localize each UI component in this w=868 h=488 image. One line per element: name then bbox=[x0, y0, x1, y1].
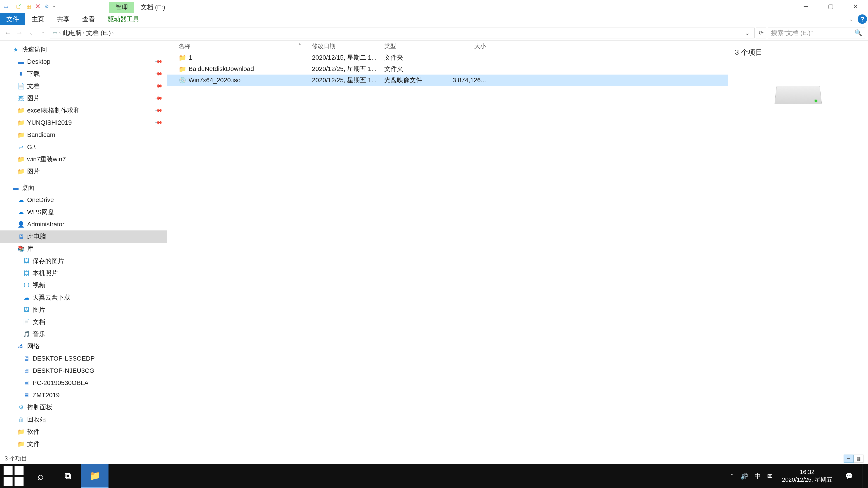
action-center-icon[interactable]: 💬 bbox=[842, 469, 856, 483]
nav-recycle-bin[interactable]: 🗑回收站 bbox=[0, 414, 167, 426]
recycle-bin-icon: 🗑 bbox=[18, 416, 24, 423]
nav-wps[interactable]: ☁WPS网盘 bbox=[0, 206, 167, 218]
nav-pc-remote[interactable]: 🖥ZMT2019 bbox=[0, 389, 167, 401]
search-icon[interactable]: 🔍 bbox=[855, 29, 862, 37]
up-button[interactable]: ↑ bbox=[38, 28, 48, 38]
back-button[interactable]: ← bbox=[3, 28, 13, 38]
ime-indicator[interactable]: 中 bbox=[754, 472, 761, 480]
nav-label: 库 bbox=[27, 245, 33, 253]
nav-network[interactable]: 🖧网络 bbox=[0, 340, 167, 352]
nav-docs-lib[interactable]: 📄文档 bbox=[0, 316, 167, 328]
nav-music[interactable]: 🎵音乐 bbox=[0, 328, 167, 340]
list-area: 名称▴ 修改日期 类型 大小 📁12020/12/15, 星期二 1...文件夹… bbox=[167, 41, 868, 453]
nav-win7reinstall[interactable]: 📁win7重装win7 bbox=[0, 153, 167, 165]
file-date: 2020/12/25, 星期五 1... bbox=[310, 76, 382, 85]
file-list[interactable]: 名称▴ 修改日期 类型 大小 📁12020/12/15, 星期二 1...文件夹… bbox=[167, 41, 728, 453]
nav-videos[interactable]: 🎞视频 bbox=[0, 279, 167, 291]
chevron-right-icon[interactable]: › bbox=[83, 30, 85, 35]
col-date[interactable]: 修改日期 bbox=[310, 42, 382, 50]
context-tab-label: 管理 bbox=[109, 2, 134, 13]
nav-pictures2[interactable]: 📁图片 bbox=[0, 165, 167, 177]
tab-file[interactable]: 文件 bbox=[0, 13, 25, 25]
tab-view[interactable]: 查看 bbox=[76, 13, 101, 25]
close-button[interactable]: ✕ bbox=[843, 0, 868, 13]
nav-admin[interactable]: 👤Administrator bbox=[0, 218, 167, 230]
forward-button[interactable]: → bbox=[14, 28, 24, 38]
file-row[interactable]: 📁12020/12/15, 星期二 1...文件夹 bbox=[167, 52, 728, 63]
folder-icon: 📁 bbox=[18, 428, 24, 435]
chevron-right-icon[interactable]: › bbox=[112, 30, 114, 35]
nav-pictures[interactable]: 🖼图片📌 bbox=[0, 92, 167, 104]
nav-control-panel[interactable]: ⚙控制面板 bbox=[0, 401, 167, 414]
nav-downloads[interactable]: ⬇下载📌 bbox=[0, 68, 167, 80]
nav-pc-remote[interactable]: 🖥DESKTOP-NJEU3CG bbox=[0, 365, 167, 377]
view-details-button[interactable]: ☰ bbox=[844, 455, 854, 463]
nav-yunqishi[interactable]: 📁YUNQISHI2019📌 bbox=[0, 117, 167, 129]
nav-bandicam[interactable]: 📁Bandicam bbox=[0, 129, 167, 141]
task-view-button[interactable]: ⧉ bbox=[54, 464, 81, 488]
help-icon[interactable]: ? bbox=[857, 13, 868, 25]
refresh-button[interactable]: ⟳ bbox=[756, 28, 766, 38]
show-desktop-button[interactable] bbox=[863, 464, 866, 488]
minimize-button[interactable]: ─ bbox=[794, 0, 818, 13]
file-date: 2020/12/25, 星期五 1... bbox=[310, 65, 382, 73]
recent-dropdown-icon[interactable]: ⌄ bbox=[26, 28, 36, 38]
col-type[interactable]: 类型 bbox=[382, 42, 443, 50]
nav-camera-roll[interactable]: 🖼本机照片 bbox=[0, 267, 167, 279]
col-size[interactable]: 大小 bbox=[443, 42, 488, 50]
nav-label: 桌面 bbox=[22, 184, 34, 192]
nav-quick-access[interactable]: ★快速访问 bbox=[0, 43, 167, 56]
view-icons-button[interactable]: ▦ bbox=[854, 455, 864, 463]
tab-share[interactable]: 共享 bbox=[51, 13, 76, 25]
file-row[interactable]: 💿Win7x64_2020.iso2020/12/25, 星期五 1...光盘映… bbox=[167, 74, 728, 86]
tab-home[interactable]: 主页 bbox=[25, 13, 51, 25]
folder-icon: 📁 bbox=[179, 65, 186, 73]
explorer-taskbar-button[interactable]: 📁 bbox=[81, 464, 108, 488]
nav-pc-remote[interactable]: 🖥DESKTOP-LSSOEDP bbox=[0, 352, 167, 365]
delete-icon[interactable]: ✕ bbox=[34, 3, 41, 10]
nav-library[interactable]: 📚库 bbox=[0, 242, 167, 255]
address-bar[interactable]: ▭ › 此电脑› 文档 (E:)› ⌄ bbox=[50, 28, 754, 38]
tray-overflow-icon[interactable]: ⌃ bbox=[730, 473, 734, 479]
nav-tyy[interactable]: ☁天翼云盘下载 bbox=[0, 291, 167, 304]
maximize-button[interactable]: ▢ bbox=[818, 0, 843, 13]
ribbon-expand-icon[interactable]: ⌄ bbox=[845, 13, 857, 25]
nav-files[interactable]: 📁文件 bbox=[0, 438, 167, 450]
search-input[interactable]: 搜索"文档 (E:)" 🔍 bbox=[768, 28, 865, 38]
breadcrumb-segment[interactable]: 此电脑› bbox=[63, 29, 85, 37]
breadcrumb-segment[interactable]: 文档 (E:)› bbox=[86, 29, 114, 37]
volume-icon[interactable]: 🔊 bbox=[740, 473, 748, 480]
navigation-pane[interactable]: ★快速访问 ▬Desktop📌 ⬇下载📌 📄文档📌 🖼图片📌 📁excel表格制… bbox=[0, 41, 167, 453]
address-dropdown-icon[interactable]: ⌄ bbox=[743, 29, 752, 37]
new-folder-icon[interactable]: ▦ bbox=[25, 3, 32, 10]
search-button[interactable]: ⌕ bbox=[27, 464, 54, 488]
folder-icon: 📁 bbox=[18, 156, 24, 163]
start-button[interactable] bbox=[0, 464, 27, 488]
nav-label: 此电脑 bbox=[27, 232, 46, 241]
nav-desktop-root[interactable]: ▬桌面 bbox=[0, 182, 167, 194]
chevron-right-icon[interactable]: › bbox=[59, 30, 61, 35]
nav-desktop[interactable]: ▬Desktop📌 bbox=[0, 56, 167, 68]
cloud-icon: ☁ bbox=[23, 294, 30, 301]
settings-icon[interactable]: ⚙ bbox=[43, 3, 51, 10]
file-row[interactable]: 📁BaiduNetdiskDownload2020/12/25, 星期五 1..… bbox=[167, 63, 728, 74]
pin-icon: 📌 bbox=[154, 57, 163, 66]
nav-saved-pics[interactable]: 🖼保存的图片 bbox=[0, 255, 167, 267]
cloud-icon: ☁ bbox=[18, 209, 24, 216]
tray-clock[interactable]: 16:32 2020/12/25, 星期五 bbox=[779, 468, 835, 484]
mail-icon[interactable]: ✉ bbox=[767, 473, 772, 480]
col-name[interactable]: 名称▴ bbox=[176, 42, 310, 50]
titlebar: ▭ ▢✓ ▦ ✕ ⚙ ▾ 管理 文档 (E:) ─ ▢ ✕ bbox=[0, 0, 868, 13]
nav-excel[interactable]: 📁excel表格制作求和📌 bbox=[0, 104, 167, 117]
nav-software[interactable]: 📁软件 bbox=[0, 426, 167, 438]
nav-documents[interactable]: 📄文档📌 bbox=[0, 80, 167, 92]
nav-gdrive[interactable]: ⇌G:\ bbox=[0, 141, 167, 153]
file-name: 1 bbox=[188, 54, 192, 61]
qat-dropdown-icon[interactable]: ▾ bbox=[53, 4, 55, 8]
properties-icon[interactable]: ▢✓ bbox=[16, 3, 23, 10]
nav-pics-lib[interactable]: 🖼图片 bbox=[0, 304, 167, 316]
nav-this-pc[interactable]: 🖥此电脑 bbox=[0, 230, 167, 242]
nav-pc-remote[interactable]: 🖥PC-20190530OBLA bbox=[0, 377, 167, 389]
tab-drive-tools[interactable]: 驱动器工具 bbox=[101, 13, 146, 25]
nav-onedrive[interactable]: ☁OneDrive bbox=[0, 194, 167, 206]
